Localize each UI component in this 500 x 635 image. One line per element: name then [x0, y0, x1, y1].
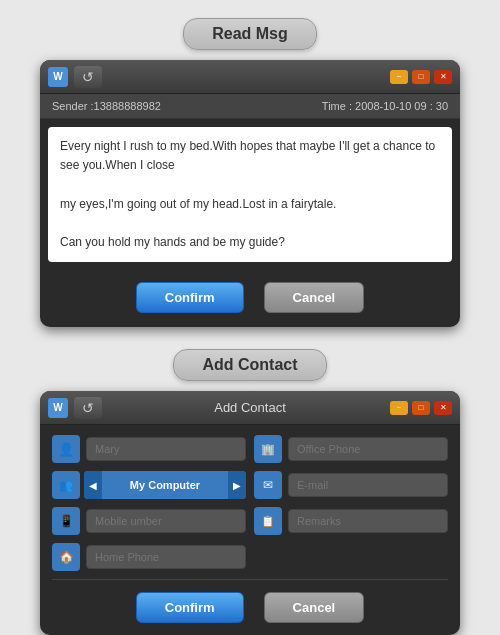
window-controls: − □ ✕	[390, 70, 452, 84]
close-button-2[interactable]: ✕	[434, 401, 452, 415]
name-field-container: 👤	[52, 435, 246, 463]
close-button[interactable]: ✕	[434, 70, 452, 84]
minimize-button[interactable]: −	[390, 70, 408, 84]
cs-label: My Computer	[102, 479, 228, 491]
email-icon: ✉	[254, 471, 282, 499]
windows-icon: W	[48, 67, 68, 87]
office-phone-field-container: 🏢	[254, 435, 448, 463]
readmsg-label: Read Msg	[183, 18, 317, 50]
back-button[interactable]: ↺	[74, 66, 102, 88]
person-icon: 👤	[52, 435, 80, 463]
computer-selector-container: 👥 ◀ My Computer ▶	[52, 471, 246, 499]
msg-actions: Confirm Cancel	[40, 270, 460, 327]
msg-text: Every night I rush to my bed.With hopes …	[60, 139, 435, 249]
home-icon: 🏠	[52, 543, 80, 571]
office-icon: 🏢	[254, 435, 282, 463]
home-phone-input[interactable]	[86, 545, 246, 569]
addcontact-titlebar: W ↺ Add Contact − □ ✕	[40, 391, 460, 425]
addcontact-window: W ↺ Add Contact − □ ✕ 👤 🏢 👥 ◀ My Compute…	[40, 391, 460, 635]
minimize-button-2[interactable]: −	[390, 401, 408, 415]
maximize-button[interactable]: □	[412, 70, 430, 84]
mobile-input[interactable]	[86, 509, 246, 533]
form-separator	[52, 579, 448, 580]
sender-label: Sender :13888888982	[52, 100, 161, 112]
name-input[interactable]	[86, 437, 246, 461]
msg-body: Every night I rush to my bed.With hopes …	[48, 127, 452, 262]
remarks-field-container: 📋	[254, 507, 448, 535]
windows-icon-2: W	[48, 398, 68, 418]
contact-cancel-button[interactable]: Cancel	[264, 592, 365, 623]
contact-form: 👤 🏢 👥 ◀ My Computer ▶ ✉ 📱 📋	[40, 425, 460, 579]
cs-left-arrow[interactable]: ◀	[84, 471, 102, 499]
contact-confirm-button[interactable]: Confirm	[136, 592, 244, 623]
time-label: Time : 2008-10-10 09 : 30	[322, 100, 448, 112]
cs-right-arrow[interactable]: ▶	[228, 471, 246, 499]
addcontact-title: Add Contact	[110, 400, 390, 415]
readmsg-titlebar: W ↺ − □ ✕	[40, 60, 460, 94]
remarks-input[interactable]	[288, 509, 448, 533]
home-phone-field-container: 🏠	[52, 543, 246, 571]
computer-selector[interactable]: ◀ My Computer ▶	[84, 471, 246, 499]
readmsg-window: W ↺ − □ ✕ Sender :13888888982 Time : 200…	[40, 60, 460, 327]
maximize-button-2[interactable]: □	[412, 401, 430, 415]
empty-cell	[254, 543, 448, 571]
email-field-container: ✉	[254, 471, 448, 499]
cancel-button[interactable]: Cancel	[264, 282, 365, 313]
office-phone-input[interactable]	[288, 437, 448, 461]
group-icon: 👥	[52, 471, 80, 499]
addcontact-label: Add Contact	[173, 349, 326, 381]
confirm-button[interactable]: Confirm	[136, 282, 244, 313]
window-controls-2: − □ ✕	[390, 401, 452, 415]
mobile-icon: 📱	[52, 507, 80, 535]
back-button-2[interactable]: ↺	[74, 397, 102, 419]
msg-header: Sender :13888888982 Time : 2008-10-10 09…	[40, 94, 460, 119]
remarks-icon: 📋	[254, 507, 282, 535]
mobile-field-container: 📱	[52, 507, 246, 535]
contact-actions: Confirm Cancel	[40, 588, 460, 635]
email-input[interactable]	[288, 473, 448, 497]
